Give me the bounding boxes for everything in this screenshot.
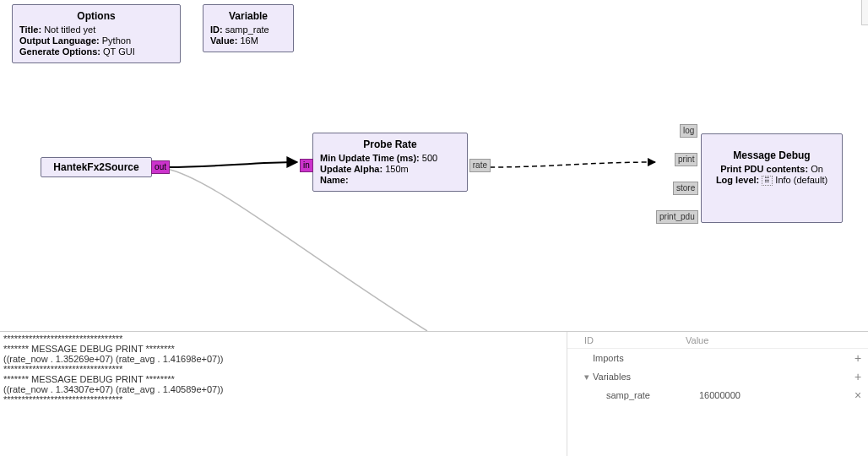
- port-out[interactable]: out: [151, 160, 170, 174]
- variables-label: Variables: [593, 372, 686, 382]
- variables-header: ID Value: [567, 332, 868, 349]
- console-line: ******* MESSAGE DEBUG PRINT ********: [3, 374, 563, 384]
- message-debug-block[interactable]: Message Debug Print PDU contents: On Log…: [701, 133, 843, 223]
- variable-row: Value: 16M: [210, 35, 286, 46]
- options-row: Title: Not titled yet: [19, 24, 173, 35]
- options-block[interactable]: Options Title: Not titled yet Output Lan…: [12, 4, 181, 63]
- imports-row[interactable]: Imports +: [567, 349, 868, 367]
- port-log[interactable]: log: [680, 124, 697, 138]
- collapse-icon[interactable]: ▾: [581, 372, 593, 383]
- console-panel[interactable]: ********************************* ******…: [0, 332, 567, 456]
- port-in[interactable]: in: [300, 159, 313, 172]
- options-row: Output Language: Python: [19, 35, 173, 46]
- variable-block[interactable]: Variable ID: samp_rate Value: 16M: [203, 4, 294, 52]
- port-rate[interactable]: rate: [469, 159, 491, 172]
- add-variable-button[interactable]: +: [848, 370, 868, 383]
- variable-title: Variable: [210, 10, 286, 22]
- probe-row: Name:: [320, 175, 460, 185]
- console-line: *********************************: [3, 364, 563, 374]
- console-line: *********************************: [3, 394, 563, 404]
- options-title: Options: [19, 10, 173, 22]
- variable-item-row[interactable]: samp_rate 16000000 ×: [567, 386, 868, 404]
- probe-row: Update Alpha: 150m: [320, 164, 460, 174]
- probe-row: Min Update Time (ms): 500: [320, 153, 460, 163]
- variables-panel[interactable]: ID Value Imports + ▾ Variables + samp_ra…: [567, 332, 868, 456]
- probe-title: Probe Rate: [320, 138, 460, 150]
- variable-value: 16000000: [699, 390, 848, 400]
- scrollbar-stub[interactable]: [861, 0, 868, 25]
- options-row: Generate Options: QT GUI: [19, 46, 173, 57]
- port-print-pdu[interactable]: print_pdu: [656, 210, 698, 224]
- hantek-title: HantekFx2Source: [46, 161, 146, 173]
- console-line: ((rate_now . 1.35269e+07) (rate_avg . 1.…: [3, 354, 563, 364]
- port-store[interactable]: store: [673, 182, 698, 195]
- probe-rate-block[interactable]: Probe Rate Min Update Time (ms): 500 Upd…: [312, 133, 468, 192]
- msgdebug-row: Print PDU contents: On: [708, 164, 835, 174]
- port-print[interactable]: print: [675, 153, 697, 166]
- hantek-source-block[interactable]: HantekFx2Source out: [41, 157, 152, 177]
- imports-label: Imports: [593, 353, 686, 363]
- header-id: ID: [567, 335, 686, 345]
- flowgraph-canvas[interactable]: Options Title: Not titled yet Output Lan…: [0, 0, 868, 331]
- msgdebug-title: Message Debug: [708, 149, 835, 161]
- header-value: Value: [686, 335, 868, 345]
- console-line: ((rate_now . 1.34307e+07) (rate_avg . 1.…: [3, 384, 563, 394]
- variable-name: samp_rate: [606, 390, 699, 400]
- delete-variable-button[interactable]: ×: [848, 388, 868, 402]
- console-line: ******* MESSAGE DEBUG PRINT ********: [3, 344, 563, 354]
- variable-row: ID: samp_rate: [210, 24, 286, 35]
- msgdebug-row: Log level: ⠿ Info (default): [708, 175, 835, 185]
- variables-row[interactable]: ▾ Variables +: [567, 367, 868, 386]
- console-line: *********************************: [3, 334, 563, 344]
- add-import-button[interactable]: +: [848, 351, 868, 365]
